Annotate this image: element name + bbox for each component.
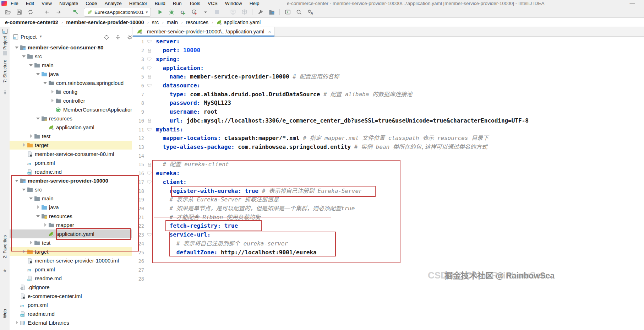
- chevron-down-icon[interactable]: [36, 213, 41, 219]
- profiler-button[interactable]: [190, 7, 199, 17]
- tree-item-memberconsumerapplication[interactable]: MemberConsumerApplication: [10, 105, 132, 114]
- menu-vcs[interactable]: VCS: [208, 1, 218, 6]
- code-line-27[interactable]: 27: [132, 266, 644, 275]
- code-line-23[interactable]: 23 service-url:: [132, 231, 644, 239]
- breadcrumb-main[interactable]: main: [167, 20, 178, 25]
- tool-window-structure-button[interactable]: 7: Structure: [0, 60, 10, 83]
- tree-item-java[interactable]: java: [10, 70, 132, 79]
- breadcrumb-src[interactable]: src: [152, 20, 159, 25]
- stop-button[interactable]: [212, 7, 222, 17]
- menu-refactor[interactable]: Refactor: [129, 1, 147, 6]
- code-line-1[interactable]: 1server:: [132, 37, 644, 46]
- code-line-24[interactable]: 24 # 表示将自己注册到那个 eureka-server: [132, 239, 644, 248]
- code-line-17[interactable]: 17 client:: [132, 178, 644, 187]
- synchronize-button[interactable]: [26, 7, 35, 17]
- code-line-5[interactable]: 5 name: member-service-provider-10000 # …: [132, 72, 644, 81]
- code-line-15[interactable]: 15 # 配置 eureka-client: [132, 160, 644, 169]
- chevron-down-icon[interactable]: [28, 196, 34, 201]
- chevron-down-icon[interactable]: [21, 54, 27, 59]
- chevron-right-icon[interactable]: [50, 89, 55, 94]
- menu-tools[interactable]: Tools: [189, 1, 201, 6]
- code-line-22[interactable]: 22 fetch-registry: true: [132, 222, 644, 231]
- tree-item-application-yaml[interactable]: application.yaml: [10, 229, 132, 238]
- breadcrumb-e-commerce-center02[interactable]: e-commerce-center02: [5, 20, 58, 25]
- tree-item-readme-md[interactable]: MDreadme.md: [10, 167, 132, 176]
- chevron-down-icon[interactable]: [43, 80, 48, 86]
- save-all-button[interactable]: [15, 7, 24, 17]
- chevron-down-icon[interactable]: [14, 178, 20, 183]
- run-anything-button[interactable]: [283, 7, 292, 17]
- code-line-9[interactable]: 9 username: root: [132, 108, 644, 117]
- tree-item-test[interactable]: test: [10, 238, 132, 247]
- tree-item-com-rainbowsea-springcloud[interactable]: com.rainbowsea.springcloud: [10, 79, 132, 87]
- tree-item-src[interactable]: src: [10, 185, 132, 194]
- tree-item-external-libraries[interactable]: External Libraries: [10, 318, 132, 327]
- tab-application-yaml[interactable]: member-service-provider-10000\...\applic…: [133, 27, 275, 36]
- code-line-19[interactable]: 19 # 表示从 Eureka-Server 抓取注册信息: [132, 195, 644, 204]
- code-line-18[interactable]: 18 register-with-eureka: true # 表示将自己注册到…: [132, 186, 644, 195]
- chevron-right-icon[interactable]: [21, 142, 27, 148]
- project-structure-button[interactable]: [267, 7, 276, 17]
- menu-code[interactable]: Code: [86, 1, 97, 6]
- locate-file-button[interactable]: [103, 34, 109, 40]
- close-icon[interactable]: ×: [268, 29, 271, 34]
- tree-item-resources[interactable]: resources: [10, 212, 132, 221]
- favorites-star-button[interactable]: ★: [0, 268, 10, 273]
- run-configuration-select[interactable]: EurekaApplication9001▾: [84, 8, 151, 17]
- settings-wrench-button[interactable]: [256, 7, 265, 17]
- menu-analyze[interactable]: Analyze: [105, 1, 122, 6]
- tree-item-member-service-consumer-80[interactable]: member-service-consumer-80: [10, 43, 132, 52]
- tree-item-controller[interactable]: controller: [10, 96, 132, 105]
- tree-item-resources[interactable]: resources: [10, 114, 132, 123]
- tree-item-pom-xml[interactable]: mpom.xml: [10, 158, 132, 167]
- code-line-11[interactable]: 11mybatis:: [132, 125, 644, 134]
- tree-item-main[interactable]: main: [10, 194, 132, 203]
- tree-item-member-service-provider-10000[interactable]: member-service-provider-10000: [10, 176, 132, 185]
- tree-item-pom-xml[interactable]: mpom.xml: [10, 265, 132, 274]
- collapse-all-button[interactable]: [115, 34, 121, 40]
- chevron-right-icon[interactable]: [43, 222, 48, 228]
- translate-button[interactable]: A: [306, 7, 315, 17]
- breadcrumb-application-yaml[interactable]: application.yaml: [216, 20, 261, 25]
- chevron-down-icon[interactable]: ▾: [40, 34, 42, 39]
- code-line-25[interactable]: 25 defaultZone: http://localhost:9001/eu…: [132, 248, 644, 257]
- minimize-button[interactable]: —: [627, 0, 638, 6]
- chevron-down-icon[interactable]: [21, 187, 27, 192]
- code-line-7[interactable]: 7 type: com.alibaba.druid.pool.DruidData…: [132, 90, 644, 99]
- chevron-right-icon[interactable]: [50, 98, 55, 103]
- chevron-down-icon[interactable]: [36, 71, 41, 77]
- menu-build[interactable]: Build: [155, 1, 165, 6]
- back-arrow-button[interactable]: [43, 7, 52, 17]
- menu-file[interactable]: File: [11, 1, 18, 6]
- code-line-14[interactable]: 14: [132, 151, 644, 160]
- tree-item-member-service-consumer-80-iml[interactable]: member-service-consumer-80.iml: [10, 150, 132, 158]
- tree-item-main[interactable]: main: [10, 61, 132, 70]
- tree-item-gitignore[interactable]: .gitignore: [10, 283, 132, 292]
- code-line-4[interactable]: 4 application:: [132, 64, 644, 72]
- code-line-21[interactable]: 21 # 才能配合 Ribbon 使用负载均衡: [132, 213, 644, 222]
- chevron-right-icon[interactable]: [36, 205, 41, 210]
- code-line-8[interactable]: 8 password: MySQL123: [132, 99, 644, 108]
- tree-item-java[interactable]: java: [10, 203, 132, 212]
- search-everywhere-button[interactable]: [294, 7, 304, 17]
- chevron-down-icon[interactable]: [14, 45, 20, 50]
- attach-debugger-button[interactable]: [228, 7, 238, 17]
- chevron-down-icon[interactable]: [28, 63, 34, 68]
- chevron-right-icon[interactable]: [28, 240, 34, 245]
- code-line-12[interactable]: 12 mapper-locations: classpath:mapper/*.…: [132, 134, 644, 143]
- code-line-2[interactable]: 2 port: 10000: [132, 46, 644, 55]
- code-line-26[interactable]: 26: [132, 257, 644, 266]
- code-line-6[interactable]: 6 datasource:: [132, 81, 644, 90]
- tree-item-mapper[interactable]: mapper: [10, 221, 132, 229]
- tree-item-pom-xml[interactable]: mpom.xml: [10, 301, 132, 309]
- code-line-20[interactable]: 20 # 如果是单节点，是可以配置的，但是如果是一个集群，则必须配置true: [132, 204, 644, 213]
- menu-view[interactable]: View: [42, 1, 52, 6]
- chevron-down-icon[interactable]: [36, 116, 41, 121]
- run-play-button[interactable]: [155, 7, 165, 17]
- run-coverage-button[interactable]: C: [178, 7, 187, 17]
- chevron-right-icon[interactable]: [14, 320, 20, 325]
- menu-window[interactable]: Window: [225, 1, 242, 6]
- tree-item-e-commerce-center-iml[interactable]: e-commerce-center.iml: [10, 292, 132, 301]
- gear-icon[interactable]: [127, 34, 132, 40]
- build-hammer-button[interactable]: [71, 7, 80, 17]
